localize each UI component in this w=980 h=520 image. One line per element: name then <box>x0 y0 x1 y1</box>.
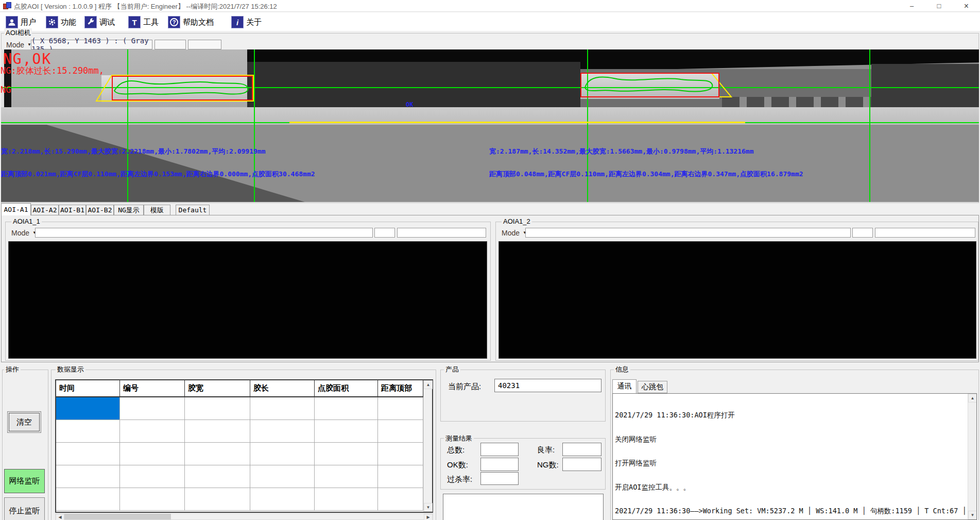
scroll-down-icon[interactable]: ▼ <box>968 511 977 519</box>
camera-image-view[interactable]: NG,OK NG:胶体过长:15.290mm, NG OK 宽:2.218mm,… <box>1 49 979 202</box>
measure-group-label: 测量结果 <box>444 434 474 443</box>
tab-template[interactable]: 模版 <box>144 205 170 215</box>
ng-count-field[interactable] <box>562 458 601 471</box>
about-menu-label: 关于 <box>246 18 262 27</box>
close-button[interactable]: × <box>953 0 980 12</box>
minimize-button[interactable]: – <box>898 0 925 12</box>
tab-ng-display[interactable]: NG显示 <box>114 205 144 215</box>
log-lines: 2021/7/29 11:36:30:AOI程序打开 关闭网络监听 打开网络监听… <box>615 395 967 520</box>
data-table[interactable]: 时间 编号 胶宽 胶长 点胶面积 距离顶部 ▲ ▼ <box>55 379 433 513</box>
current-product-label: 当前产品: <box>448 382 481 392</box>
user-menu-label: 用户 <box>21 18 36 27</box>
right-measure-line2: 距离顶部0.048mm,距离CF层0.110mm,距离左边界0.304mm,距离… <box>489 170 803 179</box>
tab-aoi-b2[interactable]: AOI-B2 <box>86 205 114 215</box>
scroll-right-icon[interactable]: ▶ <box>424 514 433 520</box>
tab-default[interactable]: Default <box>176 205 210 215</box>
table-row[interactable] <box>56 397 432 420</box>
camera-status-field-1 <box>154 40 186 49</box>
camera-mode-dropdown[interactable]: Mode▼ <box>4 40 33 49</box>
table-vertical-scrollbar[interactable]: ▲ ▼ <box>423 380 432 512</box>
subview-left-field-3 <box>397 228 486 238</box>
debug-menu-label: 调试 <box>99 18 115 27</box>
tab-aoi-b1[interactable]: AOI-B1 <box>59 205 86 215</box>
tools-menu-button[interactable]: T 工具 <box>127 14 160 30</box>
subview-right-image[interactable] <box>498 241 976 359</box>
table-row[interactable] <box>56 465 432 488</box>
log-vertical-scrollbar[interactable]: ▲ ▼ <box>968 394 976 519</box>
column-header[interactable]: 编号 <box>120 380 185 397</box>
column-header[interactable]: 胶长 <box>250 380 315 397</box>
ok-count-field[interactable] <box>480 458 519 471</box>
gear-icon <box>46 16 58 28</box>
user-icon <box>6 16 18 28</box>
subview-left-field-2 <box>374 228 395 238</box>
total-field[interactable] <box>480 443 519 456</box>
help-icon: ? <box>168 16 180 28</box>
tab-comms[interactable]: 通讯 <box>612 379 637 393</box>
ng-count-label: NG数: <box>537 460 559 470</box>
maximize-button[interactable]: □ <box>925 0 953 12</box>
scroll-down-icon[interactable]: ▼ <box>424 503 433 512</box>
subview-right-field-1 <box>525 228 851 238</box>
column-header[interactable]: 时间 <box>56 380 120 397</box>
left-roi-overlay <box>94 72 259 104</box>
tools-menu-label: 工具 <box>143 18 159 27</box>
tab-heartbeat[interactable]: 心跳包 <box>638 381 667 393</box>
scroll-left-icon[interactable]: ◀ <box>56 514 64 520</box>
right-measure-line1: 宽:2.187mm,长:14.352mm,最大胶宽:1.5663mm,最小:0.… <box>489 147 754 156</box>
app-window: 点胶AOI [ Version : 1.0.0.9 ] 程序 【当前用户: En… <box>0 0 980 520</box>
scrollbar-thumb[interactable] <box>64 514 171 519</box>
wrench-icon <box>84 16 97 28</box>
selected-cell[interactable] <box>56 397 120 420</box>
table-horizontal-scrollbar[interactable]: ◀ ▶ <box>55 513 433 520</box>
ng-reason-text: NG:胶体过长:15.290mm, <box>1 65 104 77</box>
product-group-label: 产品 <box>444 365 460 374</box>
ng-label-text: NG <box>1 85 11 95</box>
help-menu-button[interactable]: ? 帮助文档 <box>166 14 215 30</box>
ok-count-label: OK数: <box>447 460 468 470</box>
operation-group-label: 操作 <box>4 365 21 374</box>
function-menu-label: 功能 <box>61 18 76 27</box>
subview-left-label: AOIA1_1 <box>11 217 42 225</box>
main-toolbar: 用户 功能 调试 T 工具 ? 帮助文档 i 关于 <box>0 12 980 31</box>
function-menu-button[interactable]: 功能 <box>44 14 78 30</box>
comms-log[interactable]: 2021/7/29 11:36:30:AOI程序打开 关闭网络监听 打开网络监听… <box>612 393 977 520</box>
debug-menu-button[interactable]: 调试 <box>83 14 116 30</box>
scroll-up-icon[interactable]: ▲ <box>968 394 977 402</box>
network-listen-button[interactable]: 网络监听 <box>4 469 45 493</box>
tab-aoi-a1[interactable]: AOI-A1 <box>1 203 31 215</box>
subview-right-field-2 <box>852 228 873 238</box>
subview-right-label: AOIA1_2 <box>502 217 532 225</box>
title-bar: 点胶AOI [ Version : 1.0.0.9 ] 程序 【当前用户: En… <box>0 0 980 12</box>
table-row[interactable] <box>56 420 432 443</box>
tab-aoi-a2[interactable]: AOI-A2 <box>31 205 59 215</box>
data-display-group-label: 数据显示 <box>56 365 85 374</box>
stop-listen-button[interactable]: 停止监听 <box>4 497 45 520</box>
overkill-label: 过杀率: <box>447 475 472 484</box>
overkill-field[interactable] <box>480 472 519 485</box>
subview-left-mode-dropdown[interactable]: Mode▼ <box>9 228 39 238</box>
right-roi-overlay <box>577 70 747 101</box>
camera-group-label: AOI相机 <box>4 28 32 38</box>
column-header[interactable]: 距离顶部 <box>378 380 423 397</box>
about-menu-button[interactable]: i 关于 <box>230 14 263 30</box>
subview-right-mode-dropdown[interactable]: Mode▼ <box>500 228 529 238</box>
product-note-box <box>443 494 604 520</box>
user-menu-button[interactable]: 用户 <box>4 14 38 30</box>
yield-label: 良率: <box>537 445 555 455</box>
app-icon <box>3 2 11 10</box>
column-header[interactable]: 点胶面积 <box>315 380 378 397</box>
help-menu-label: 帮助文档 <box>183 18 214 27</box>
yield-field[interactable] <box>562 443 601 456</box>
left-measure-line1: 宽:2.218mm,长:15.290mm,最大胶宽:2.2218mm,最小:1.… <box>1 147 266 156</box>
scroll-up-icon[interactable]: ▲ <box>424 380 433 389</box>
column-header[interactable]: 胶宽 <box>185 380 250 397</box>
subview-left-image[interactable] <box>8 241 487 359</box>
table-row[interactable] <box>56 443 432 465</box>
clear-button[interactable]: 清空 <box>7 411 41 433</box>
camera-status-field-2 <box>188 40 221 49</box>
info-icon: i <box>231 16 244 28</box>
current-product-field[interactable]: 40231 <box>494 379 601 392</box>
data-table-header: 时间 编号 胶宽 胶长 点胶面积 距离顶部 <box>56 380 432 397</box>
table-row[interactable] <box>56 488 432 511</box>
